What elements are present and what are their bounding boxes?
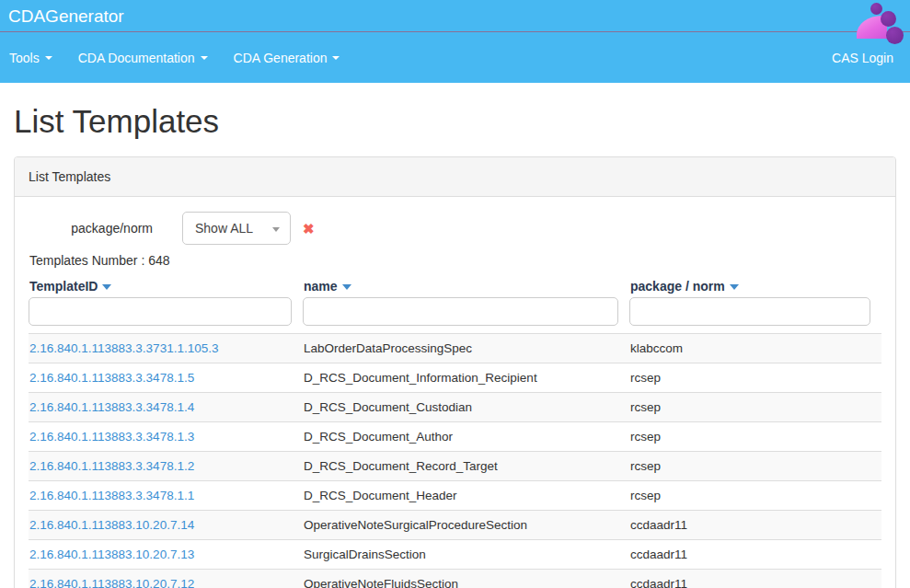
logo-dot-icon (870, 3, 882, 15)
logo-dot-icon (881, 11, 896, 27)
template-id-link[interactable]: 2.16.840.1.113883.10.20.7.14 (29, 518, 194, 532)
template-package-cell: ccdaadr11 (629, 570, 881, 588)
template-id-link[interactable]: 2.16.840.1.113883.3.3478.1.3 (29, 430, 194, 444)
template-package-cell: rcsep (629, 393, 881, 422)
table-row: 2.16.840.1.113883.3.3731.1.105.3 LabOrde… (29, 334, 881, 363)
template-package-cell: rcsep (629, 481, 881, 511)
clear-filter-icon[interactable]: ✖ (303, 222, 315, 236)
nav-item-cda-generation[interactable]: CDA Generation (221, 41, 353, 75)
list-templates-panel: List Templates package/norm Show ALL ✖ T… (14, 156, 896, 588)
template-id-link[interactable]: 2.16.840.1.113883.10.20.7.12 (29, 577, 194, 588)
table-filter-row (29, 297, 881, 334)
template-name-cell: SurgicalDrainsSection (303, 540, 629, 570)
nav-item-tools[interactable]: Tools (9, 41, 65, 75)
package-norm-filter-input[interactable] (629, 297, 870, 326)
table-row: 2.16.840.1.113883.3.3478.1.1 D_RCS_Docum… (29, 481, 881, 511)
templates-table: TemplateID name package / norm (29, 277, 881, 588)
template-name-cell: D_RCS_Document_Record_Target (303, 452, 629, 481)
template-name-cell: OperativeNoteSurgicalProcedureSection (303, 511, 629, 540)
nav-item-label: CDA Documentation (78, 51, 195, 65)
template-package-cell: rcsep (629, 422, 881, 452)
panel-heading: List Templates (15, 157, 895, 197)
chevron-down-icon (332, 56, 340, 60)
template-name-cell: LabOrderDataProcessingSpec (303, 334, 629, 363)
templateid-filter-input[interactable] (29, 297, 292, 326)
template-package-cell: klabccom (629, 334, 881, 363)
package-norm-label: package/norm (29, 221, 153, 236)
cas-login-link[interactable]: CAS Login (824, 41, 901, 75)
template-id-link[interactable]: 2.16.840.1.113883.3.3478.1.5 (29, 371, 194, 385)
logo-dot-icon (886, 27, 904, 44)
chevron-down-icon (201, 56, 208, 60)
package-norm-select[interactable]: Show ALL (182, 212, 291, 245)
table-row: 2.16.840.1.113883.10.20.7.13 SurgicalDra… (29, 540, 881, 570)
table-header-row: TemplateID name package / norm (29, 277, 881, 297)
template-name-cell: D_RCS_Document_Author (303, 422, 629, 452)
chevron-down-icon (272, 227, 280, 232)
template-package-cell: rcsep (629, 452, 881, 481)
template-name-cell: OperativeNoteFluidsSection (303, 570, 629, 588)
template-name-cell: D_RCS_Document_Custodian (303, 393, 629, 422)
column-header-templateid[interactable]: TemplateID (29, 277, 303, 297)
table-row: 2.16.840.1.113883.3.3478.1.4 D_RCS_Docum… (29, 393, 881, 422)
template-package-cell: ccdaadr11 (629, 540, 881, 570)
table-row: 2.16.840.1.113883.3.3478.1.2 D_RCS_Docum… (29, 452, 881, 481)
sort-desc-icon[interactable] (342, 284, 351, 290)
table-row: 2.16.840.1.113883.10.20.7.14 OperativeNo… (29, 511, 881, 540)
table-body: 2.16.840.1.113883.3.3731.1.105.3 LabOrde… (29, 334, 881, 588)
brand-bar: CDAGenerator (0, 0, 910, 32)
package-filter-row: package/norm Show ALL ✖ (29, 211, 881, 246)
page-title: List Templates (14, 103, 896, 140)
table-row: 2.16.840.1.113883.3.3478.1.3 D_RCS_Docum… (29, 422, 881, 452)
name-filter-input[interactable] (303, 297, 618, 326)
sort-desc-icon[interactable] (730, 284, 739, 290)
template-package-cell: rcsep (629, 363, 881, 393)
template-package-cell: ccdaadr11 (629, 511, 881, 540)
column-header-package-norm[interactable]: package / norm (629, 277, 881, 297)
template-id-link[interactable]: 2.16.840.1.113883.3.3478.1.2 (29, 459, 194, 473)
main-navbar: Tools CDA Documentation CDA Generation C… (0, 32, 910, 83)
table-row: 2.16.840.1.113883.10.20.7.12 OperativeNo… (29, 570, 881, 588)
sort-desc-icon[interactable] (102, 284, 111, 290)
nav-item-label: Tools (9, 51, 40, 65)
column-header-name[interactable]: name (303, 277, 629, 297)
template-id-link[interactable]: 2.16.840.1.113883.3.3478.1.1 (29, 489, 194, 502)
chevron-down-icon (45, 56, 52, 60)
template-id-link[interactable]: 2.16.840.1.113883.10.20.7.13 (29, 548, 194, 561)
nav-item-label: CDA Generation (234, 51, 328, 65)
panel-body: package/norm Show ALL ✖ Templates Number… (15, 197, 895, 588)
template-id-link[interactable]: 2.16.840.1.113883.3.3731.1.105.3 (29, 341, 218, 355)
app-title[interactable]: CDAGenerator (8, 6, 124, 27)
main-content: List Templates List Templates package/no… (0, 103, 910, 588)
template-id-link[interactable]: 2.16.840.1.113883.3.3478.1.4 (29, 400, 194, 414)
template-name-cell: D_RCS_Document_Information_Recipient (303, 363, 629, 393)
templates-count: Templates Number : 648 (29, 253, 881, 268)
nav-item-cda-documentation[interactable]: CDA Documentation (65, 41, 221, 75)
template-name-cell: D_RCS_Document_Header (303, 481, 629, 511)
select-value: Show ALL (195, 221, 253, 236)
app-logo (849, 2, 906, 39)
table-row: 2.16.840.1.113883.3.3478.1.5 D_RCS_Docum… (29, 363, 881, 393)
